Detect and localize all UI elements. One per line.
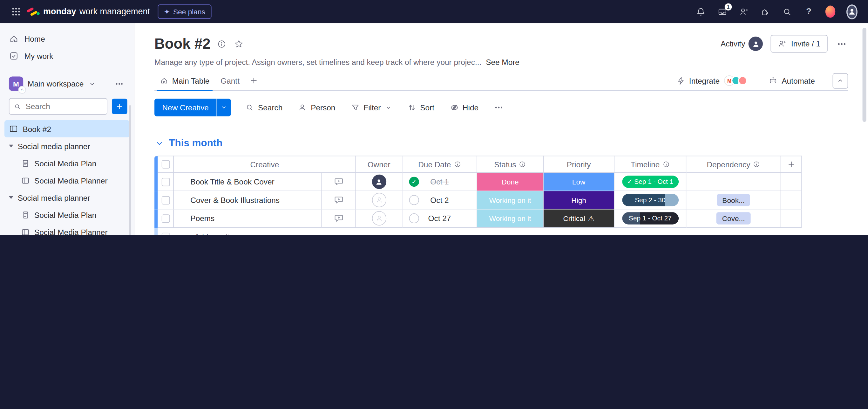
due-date-cell[interactable]: Oct 27 xyxy=(403,210,477,228)
priority-cell: Low xyxy=(544,173,615,191)
due-date-cell[interactable]: Oct 2 xyxy=(403,191,477,209)
new-creative-dropdown-button[interactable] xyxy=(216,98,231,116)
new-creative-split-button: New Creative xyxy=(154,98,231,116)
inbox-button[interactable]: 1 xyxy=(714,3,731,20)
row-checkbox[interactable] xyxy=(161,196,170,204)
column-header-creative[interactable]: Creative xyxy=(174,156,356,173)
timeline-cell: Sep 2 - 30 xyxy=(615,191,687,209)
brand-suffix: work management xyxy=(80,7,150,17)
help-menu-button[interactable]: ? xyxy=(800,3,817,20)
sidebar-board-social-media-planner-1[interactable]: Social Media Planner xyxy=(4,172,130,189)
workspace-home-badge-icon: ⌂ xyxy=(19,87,25,93)
item-name[interactable]: Cover & Book Illustrations xyxy=(174,191,321,209)
automate-button[interactable]: Automate xyxy=(765,76,818,86)
add-creative-button[interactable]: + Add creative xyxy=(174,228,802,235)
group-title-row: This month xyxy=(154,137,848,149)
row-select-cell xyxy=(158,210,174,228)
blank-cell xyxy=(781,191,801,209)
see-more-link[interactable]: See More xyxy=(486,58,520,66)
select-all-checkbox[interactable] xyxy=(161,160,170,169)
hide-button[interactable]: Hide xyxy=(444,98,484,116)
sidebar-item-home[interactable]: Home xyxy=(0,30,134,47)
product-switcher-button[interactable] xyxy=(822,3,838,20)
row-checkbox[interactable] xyxy=(161,177,170,186)
home-icon xyxy=(9,33,19,43)
integrate-button[interactable]: Integrate M xyxy=(673,76,750,86)
column-header-dependency[interactable]: Dependency xyxy=(687,156,781,173)
owner-cell[interactable] xyxy=(356,173,402,191)
tab-main-table[interactable]: Main Table xyxy=(154,71,215,90)
apps-grid-button[interactable] xyxy=(8,3,24,20)
column-header-priority[interactable]: Priority xyxy=(544,156,615,173)
column-header-timeline[interactable]: Timeline xyxy=(615,156,687,173)
timeline-pill[interactable]: ✓Sep 1 - Oct 1 xyxy=(622,176,679,188)
timeline-pill[interactable]: Sep 2 - 30 xyxy=(622,194,679,206)
sidebar-scrollbar[interactable] xyxy=(129,105,131,235)
sidebar-doc-social-media-plan-1[interactable]: Social Media Plan xyxy=(4,154,130,172)
column-header-due-date[interactable]: Due Date xyxy=(403,156,477,173)
add-column-button[interactable] xyxy=(786,159,796,170)
collapse-header-button[interactable] xyxy=(832,73,848,88)
owner-cell[interactable] xyxy=(356,191,402,209)
column-header-status[interactable]: Status xyxy=(477,156,544,173)
workspace-switcher[interactable]: M ⌂ Main workspace xyxy=(0,74,134,94)
dependency-chip[interactable]: Cove... xyxy=(716,212,750,224)
notifications-button[interactable] xyxy=(693,3,709,20)
due-date-cell[interactable]: ✓Oct 1 xyxy=(403,173,477,191)
sidebar-doc-social-media-plan-2[interactable]: Social Media Plan xyxy=(4,206,130,223)
chevron-down-icon xyxy=(154,138,164,148)
priority-value[interactable]: High xyxy=(544,191,614,209)
add-update-button[interactable] xyxy=(332,194,344,206)
item-name[interactable]: Book Title & Book Cover xyxy=(174,173,321,191)
info-icon xyxy=(217,39,226,49)
sidebar-folder-social-media-planner-2[interactable]: Social media planner xyxy=(4,189,130,206)
column-header-owner[interactable]: Owner xyxy=(356,156,402,173)
add-view-button[interactable] xyxy=(245,71,262,90)
sidebar-search-input[interactable] xyxy=(25,101,102,111)
toolbar-more-button[interactable] xyxy=(488,98,509,116)
workspace-more-button[interactable] xyxy=(111,79,127,89)
filter-button[interactable]: Filter xyxy=(345,98,398,116)
favorite-button[interactable] xyxy=(233,38,245,50)
vertical-scrollbar[interactable] xyxy=(863,28,866,122)
dependency-chip[interactable]: Book... xyxy=(717,194,750,206)
see-plans-button[interactable]: ✦ See plans xyxy=(158,4,211,19)
info-icon xyxy=(454,160,461,168)
priority-value[interactable]: Critical⚠ xyxy=(544,210,614,227)
timeline-pill[interactable]: Sep 1 - Oct 27 xyxy=(622,212,679,224)
board-more-button[interactable] xyxy=(835,37,848,50)
status-value[interactable]: Working on it xyxy=(477,210,543,227)
global-search-button[interactable] xyxy=(779,3,795,20)
status-value[interactable]: Done xyxy=(477,173,543,191)
priority-value[interactable]: Low xyxy=(544,173,614,191)
sidebar-board-social-media-planner-2[interactable]: Social Media Planner xyxy=(4,223,130,235)
add-column-cell xyxy=(781,156,801,173)
person-filter-button[interactable]: Person xyxy=(292,98,341,116)
sidebar-item-my-work[interactable]: My work xyxy=(0,47,134,64)
add-update-button[interactable] xyxy=(332,176,344,188)
add-update-button[interactable] xyxy=(332,212,344,224)
invite-button[interactable]: Invite / 1 xyxy=(771,35,827,53)
tab-gantt[interactable]: Gantt xyxy=(215,71,245,90)
group-color-bar xyxy=(154,156,158,173)
sort-button[interactable]: Sort xyxy=(402,98,440,116)
product-title: monday work management xyxy=(43,7,150,17)
collapse-group-button[interactable] xyxy=(154,138,164,148)
item-name[interactable]: Poems xyxy=(174,210,321,228)
board-info-button[interactable] xyxy=(216,38,228,50)
search-button[interactable]: Search xyxy=(240,98,288,116)
user-avatar-button[interactable] xyxy=(843,3,860,20)
group-name[interactable]: This month xyxy=(169,137,222,149)
row-checkbox[interactable] xyxy=(161,214,170,222)
marketplace-button[interactable] xyxy=(757,3,774,20)
invite-members-button[interactable] xyxy=(736,3,752,20)
sidebar-folder-social-media-planner-1[interactable]: Social media planner xyxy=(4,137,130,154)
dependency-cell[interactable] xyxy=(687,173,781,191)
sidebar-search-box xyxy=(9,98,107,115)
sidebar-board-book-2[interactable]: Book #2 xyxy=(4,120,130,137)
activity-button[interactable]: Activity xyxy=(720,36,763,51)
new-creative-button[interactable]: New Creative xyxy=(154,98,216,116)
status-value[interactable]: Working on it xyxy=(477,191,543,209)
add-board-button[interactable] xyxy=(112,98,127,114)
owner-cell[interactable] xyxy=(356,210,402,228)
